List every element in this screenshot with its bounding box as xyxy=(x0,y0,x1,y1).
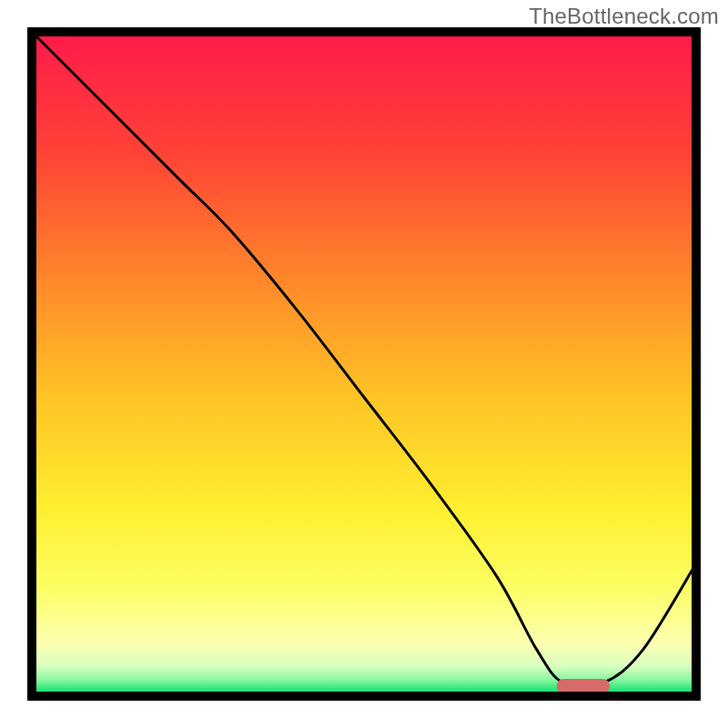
watermark-text: TheBottleneck.com xyxy=(529,4,719,29)
chart-container: TheBottleneck.com xyxy=(0,0,728,728)
chart-svg xyxy=(27,27,701,701)
chart-plot-area xyxy=(27,27,701,701)
optimal-range-marker xyxy=(557,679,610,693)
